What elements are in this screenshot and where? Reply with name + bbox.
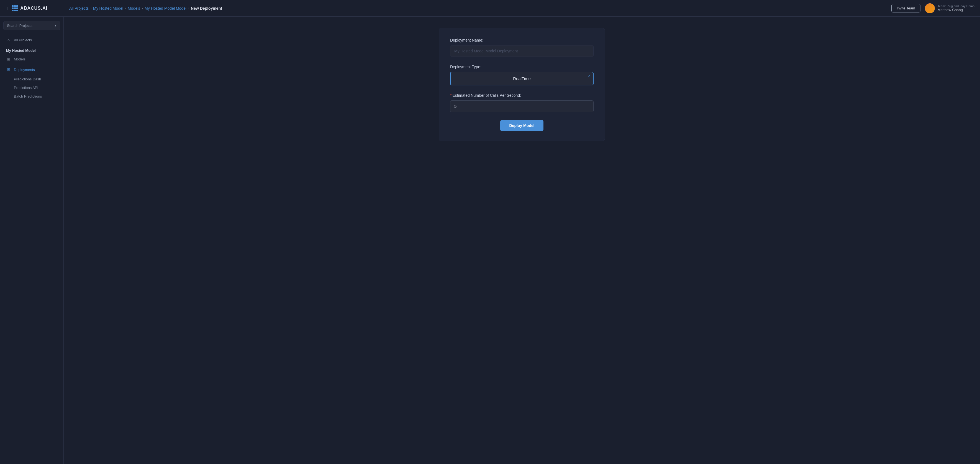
- breadcrumb-sep-1: ›: [90, 6, 91, 10]
- logo-text: ABACUS.AI: [20, 6, 48, 11]
- sidebar-item-models[interactable]: ⊞ Models: [2, 54, 62, 64]
- breadcrumb-all-projects[interactable]: All Projects: [69, 6, 89, 11]
- form-footer: Deploy Model: [450, 120, 593, 131]
- calls-per-second-input[interactable]: [450, 100, 593, 112]
- home-icon: ⌂: [6, 37, 11, 42]
- sidebar-collapse-button[interactable]: ‹: [6, 5, 9, 12]
- models-icon: ⊞: [6, 57, 11, 62]
- breadcrumb-my-hosted-model[interactable]: My Hosted Model: [93, 6, 123, 11]
- sidebar-item-batch-predictions[interactable]: Batch Predictions: [2, 92, 62, 100]
- breadcrumb-sep-2: ›: [125, 6, 126, 10]
- sidebar-all-projects-label: All Projects: [14, 38, 32, 42]
- form-card: Deployment Name: Deployment Type: RealTi…: [439, 28, 605, 141]
- sidebar-item-all-projects[interactable]: ⌂ All Projects: [2, 35, 62, 45]
- sidebar-item-predictions-api[interactable]: Predictions API: [2, 83, 62, 92]
- user-profile[interactable]: Team: Plug and Play Demo Matthew Chang: [925, 3, 974, 13]
- checkmark-icon: ✓: [587, 74, 591, 78]
- calls-per-second-group: *Estimated Number of Calls Per Second:: [450, 93, 593, 112]
- header: ‹ ABACUS.AI All Projects › My Hosted Mod…: [0, 0, 980, 17]
- search-projects-label: Search Projects: [7, 24, 32, 28]
- logo: ABACUS.AI: [12, 5, 48, 11]
- user-team: Team: Plug and Play Demo: [938, 5, 974, 8]
- deploy-model-button[interactable]: Deploy Model: [500, 120, 543, 131]
- sidebar-item-predictions-dash[interactable]: Predictions Dash: [2, 75, 62, 83]
- breadcrumb-sep-3: ›: [142, 6, 143, 10]
- breadcrumb: All Projects › My Hosted Model › Models …: [69, 6, 891, 11]
- sidebar-item-deployments[interactable]: ⊞ Deployments: [2, 64, 62, 75]
- sidebar-deployments-label: Deployments: [14, 68, 35, 72]
- deployment-type-label: Deployment Type:: [450, 65, 593, 69]
- user-info: Team: Plug and Play Demo Matthew Chang: [938, 5, 974, 12]
- chevron-down-icon: ▾: [55, 24, 57, 27]
- sidebar-models-label: Models: [14, 57, 25, 61]
- calls-per-second-label: *Estimated Number of Calls Per Second:: [450, 93, 593, 97]
- breadcrumb-hosted-model-model[interactable]: My Hosted Model Model: [145, 6, 186, 11]
- sidebar-project-name: My Hosted Model: [2, 46, 62, 54]
- main-content: Deployment Name: Deployment Type: RealTi…: [64, 17, 980, 464]
- realtime-label: RealTime: [513, 76, 531, 81]
- main-layout: Search Projects ▾ ⌂ All Projects My Host…: [0, 17, 980, 464]
- deployment-name-label: Deployment Name:: [450, 38, 593, 42]
- header-right: Invite Team Team: Plug and Play Demo Mat…: [891, 3, 974, 13]
- realtime-option[interactable]: RealTime ✓: [450, 72, 593, 85]
- invite-team-button[interactable]: Invite Team: [891, 4, 920, 13]
- user-name: Matthew Chang: [938, 8, 974, 12]
- avatar: [925, 3, 935, 13]
- deployment-name-group: Deployment Name:: [450, 38, 593, 57]
- logo-icon: [12, 5, 18, 11]
- search-projects-dropdown[interactable]: Search Projects ▾: [3, 21, 60, 30]
- sidebar: Search Projects ▾ ⌂ All Projects My Host…: [0, 17, 64, 464]
- breadcrumb-current: New Deployment: [191, 6, 222, 11]
- breadcrumb-models[interactable]: Models: [128, 6, 140, 11]
- required-star: *: [450, 93, 452, 97]
- breadcrumb-sep-4: ›: [188, 6, 189, 10]
- deployments-icon: ⊞: [6, 67, 11, 72]
- header-left: ‹ ABACUS.AI: [6, 5, 69, 12]
- deployment-name-input[interactable]: [450, 45, 593, 57]
- deployment-type-group: Deployment Type: RealTime ✓: [450, 65, 593, 85]
